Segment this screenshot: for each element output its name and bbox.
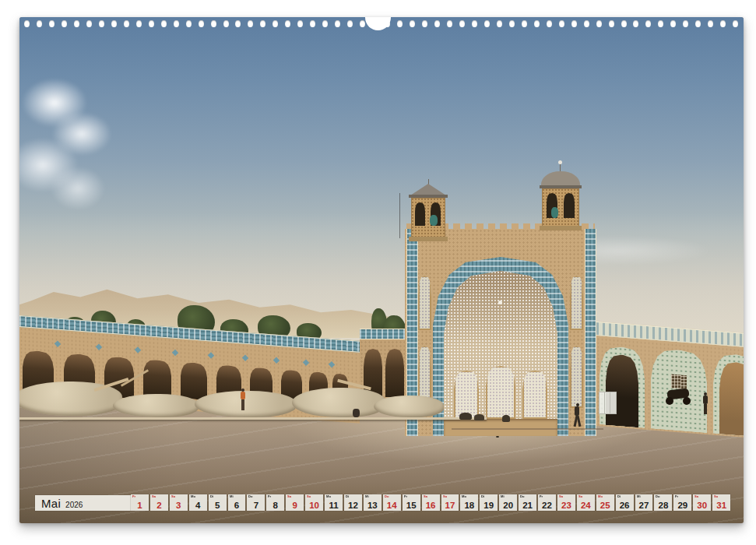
white-rack <box>599 392 617 414</box>
weekday-label: Di <box>346 495 357 498</box>
calendar-day-cell: Fr1 <box>131 494 149 511</box>
seated-person <box>474 414 484 420</box>
day-number: 10 <box>305 498 323 511</box>
weekday-label: Do <box>248 495 259 498</box>
calendar-day-cell: Mo25 <box>596 494 614 511</box>
binder-hole <box>683 20 688 27</box>
calendar-day-cell: Mo4 <box>189 494 207 511</box>
iwan-dado <box>444 419 557 436</box>
tower-tile-accent <box>430 215 438 226</box>
day-number: 26 <box>616 498 634 511</box>
day-number: 19 <box>480 498 498 511</box>
calendar-day-cell: Sa30 <box>693 494 711 511</box>
binder-hole <box>621 20 627 27</box>
binder-hole <box>472 20 477 27</box>
iwan-right-tower <box>540 170 582 232</box>
arcade-arch <box>385 349 404 397</box>
facade-niche <box>418 276 431 330</box>
binder-hole <box>645 20 651 27</box>
binder-hole <box>509 20 515 27</box>
tower-body <box>542 188 579 227</box>
facade-niche <box>570 346 583 408</box>
calendar-day-cell: Do7 <box>247 494 265 511</box>
binder-hole <box>136 20 142 27</box>
binder-hole <box>360 20 365 27</box>
calendar-day-cell: Mi27 <box>635 494 653 511</box>
binder-hole <box>559 20 564 27</box>
facade-niche <box>570 276 583 330</box>
binder-hole <box>633 20 638 27</box>
binder-hole <box>708 20 713 27</box>
tile-diamond <box>242 355 248 361</box>
calendar-day-cell: Mo11 <box>325 494 343 511</box>
iwan-back-panel <box>454 371 479 419</box>
calendar-day-cell: Mi20 <box>499 494 517 511</box>
arcade-arch <box>606 353 638 427</box>
arcade-arch <box>181 362 207 401</box>
calendar-day-cell: Fr8 <box>266 494 284 511</box>
weekday-label: Fr <box>404 495 415 498</box>
binder-hole <box>235 20 241 27</box>
binder-hole <box>434 20 440 27</box>
weekday-label: Mo <box>598 495 609 498</box>
weekday-label: Mo <box>462 495 473 498</box>
weekday-label: So <box>714 495 725 498</box>
calendar-day-cell: Di19 <box>480 494 498 511</box>
calendar-day-cell: So3 <box>170 494 188 511</box>
day-number: 27 <box>635 498 653 511</box>
calendar-day-cell: Fr29 <box>673 494 691 511</box>
binder-hole <box>260 20 265 27</box>
iwan-arch-frame <box>433 257 568 436</box>
day-number: 6 <box>228 498 246 511</box>
calendar-day-cell: Di26 <box>616 494 634 511</box>
binder-hole <box>547 20 552 27</box>
day-number: 4 <box>189 498 207 511</box>
weekday-label: So <box>443 495 454 498</box>
binder-hole <box>658 20 663 27</box>
binder-hole <box>733 20 738 27</box>
arcade-arch-border <box>713 353 744 438</box>
day-number: 18 <box>460 498 478 511</box>
weekday-label: Mi <box>501 495 512 498</box>
tile-diamond <box>55 340 61 346</box>
calendar-day-cell: Sa23 <box>557 494 575 511</box>
tower-window <box>415 202 425 226</box>
tower-finial-ball <box>558 160 562 164</box>
right-arcade <box>596 322 744 438</box>
day-number: 23 <box>557 498 575 511</box>
binder-hole <box>149 20 154 27</box>
calendar-day-cell: Sa2 <box>150 494 168 511</box>
day-number: 22 <box>538 498 556 511</box>
weekday-label: Do <box>385 495 396 498</box>
weekday-label: Do <box>656 495 666 498</box>
tower-roof <box>541 171 580 187</box>
binder-hole <box>397 20 403 27</box>
day-number: 14 <box>383 498 401 511</box>
tower-window <box>564 193 575 218</box>
iwan-back-panel <box>522 371 547 419</box>
binder-hole <box>596 20 602 27</box>
weekday-label: So <box>578 495 589 498</box>
weekday-label: Mo <box>191 495 202 498</box>
tile-diamond <box>273 357 280 364</box>
weekday-label: So <box>307 495 318 498</box>
seated-person <box>353 409 360 417</box>
binder-hole <box>62 20 67 27</box>
binder-hole <box>670 20 676 27</box>
binder-hole <box>285 20 290 27</box>
tile-diamond <box>208 352 214 358</box>
weekday-label: Mi <box>365 495 376 498</box>
weekday-label: Sa <box>559 495 570 498</box>
calendar-day-cell: Do21 <box>519 494 536 511</box>
tile-band <box>360 329 406 339</box>
calendar-page: Mai 2026 Fr1Sa2So3Mo4Di5Mi6Do7Fr8Sa9So10… <box>19 17 744 523</box>
curb-line <box>19 417 487 420</box>
arcade-arch <box>719 360 744 436</box>
calendar-day-cell: So31 <box>712 494 730 511</box>
binder-hole <box>111 20 117 27</box>
day-number: 5 <box>209 498 227 511</box>
weekday-label: Sa <box>287 495 298 498</box>
binder-hole <box>49 20 55 27</box>
weekday-label: Sa <box>694 495 705 498</box>
binder-hole <box>86 20 92 27</box>
